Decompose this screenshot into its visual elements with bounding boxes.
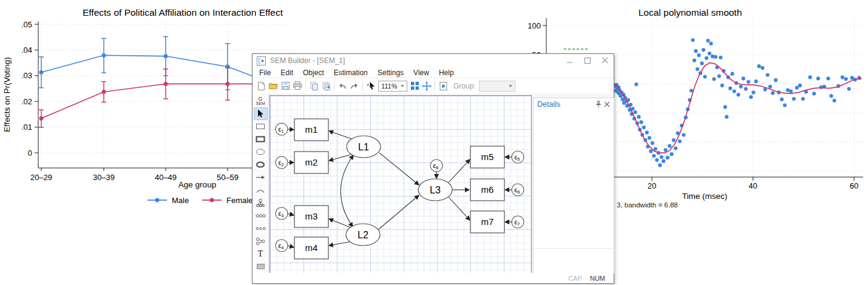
copy-icon[interactable] (308, 80, 320, 92)
screenshot-root: .05.04.03.02.01020–2930–3940–4950–59Effe… (0, 0, 868, 285)
tool-text-icon[interactable]: T (254, 248, 267, 260)
observed-node-m6[interactable]: m6 (470, 179, 504, 201)
fit-page-icon[interactable] (409, 80, 421, 92)
pin-icon[interactable] (594, 100, 603, 109)
error-node-e8[interactable]: ε8 (430, 159, 442, 172)
tool-gsem-mode-icon[interactable]: GSEM (254, 95, 267, 107)
pan-icon[interactable] (421, 80, 433, 92)
error-node-e1[interactable]: ε1 (276, 123, 288, 135)
error-node-e6[interactable]: ε6 (512, 184, 524, 196)
path-arrow (449, 159, 470, 183)
tool-area-icon[interactable] (254, 261, 267, 272)
tool-regression-component-icon[interactable] (254, 235, 267, 247)
y-tick-label: .05 (21, 20, 32, 29)
zoom-value: 111% (381, 82, 398, 90)
error-node-e3[interactable]: ε3 (276, 207, 288, 220)
covariance-arc (341, 155, 353, 227)
svg-text:m4: m4 (305, 243, 318, 253)
pointer-icon[interactable] (365, 80, 377, 92)
open-folder-icon[interactable] (267, 80, 279, 92)
y-tick-label: .02 (21, 97, 32, 106)
error-node-e5[interactable]: ε5 (512, 151, 524, 163)
observed-node-m3[interactable]: m3 (294, 206, 328, 227)
observed-node-m4[interactable]: m4 (294, 237, 328, 259)
redo-icon[interactable] (348, 80, 361, 92)
tool-measurement-component-icon[interactable] (254, 197, 267, 209)
menu-item-object[interactable]: Object (298, 68, 329, 78)
minimize-button[interactable] (561, 54, 578, 67)
status-bar: CAP NUM (253, 273, 614, 283)
close-button[interactable] (596, 54, 614, 67)
paste-icon[interactable] (320, 80, 332, 92)
run-report-icon[interactable] (437, 80, 449, 92)
x-tick-label: 40 (748, 181, 757, 190)
latent-node-L2[interactable]: L2 (346, 224, 380, 246)
path-arrow (288, 213, 294, 215)
y-tick-label: 100 (527, 21, 541, 30)
menu-item-view[interactable]: View (409, 68, 434, 78)
error-node-e2[interactable]: ε2 (276, 156, 288, 169)
toolbar-separator (435, 81, 435, 91)
tool-palette: GSEMT (253, 93, 269, 273)
tool-path-icon[interactable] (254, 172, 267, 183)
menu-item-settings[interactable]: Settings (373, 68, 409, 78)
x-axis-label: Time (msec) (682, 192, 728, 201)
y-tick-label: .01 (21, 122, 32, 132)
tool-observed-variable-icon[interactable] (254, 121, 267, 132)
chevron-down-icon (401, 85, 404, 87)
sem-builder-window[interactable]: SEM Builder - [SEM_1] FileEditObjectEsti… (252, 53, 614, 284)
observed-node-m2[interactable]: m2 (294, 152, 328, 173)
svg-text:m1: m1 (305, 124, 318, 135)
undo-icon[interactable] (336, 80, 348, 92)
path-arrow (329, 154, 353, 161)
new-document-icon[interactable] (255, 80, 267, 92)
svg-text:m7: m7 (481, 216, 494, 227)
menu-item-help[interactable]: Help (434, 68, 459, 78)
chevron-down-icon (509, 85, 512, 87)
tool-covariance-icon[interactable] (254, 184, 267, 196)
print-icon[interactable] (291, 80, 303, 92)
observed-node-m1[interactable]: m1 (294, 119, 328, 141)
tool-multilevel-latent-icon[interactable] (254, 159, 267, 170)
y-axis-label: Effects on Pr(Voting) (2, 57, 12, 132)
x-tick-label: 50–59 (217, 173, 239, 182)
details-body (534, 112, 614, 249)
tool-latent-set-icon[interactable] (254, 223, 267, 234)
tool-generalized-response-icon[interactable] (254, 133, 267, 145)
menu-item-file[interactable]: File (254, 68, 276, 78)
details-panel: Details (533, 98, 614, 273)
menu-item-estimation[interactable]: Estimation (329, 68, 373, 78)
svg-text:m5: m5 (481, 152, 494, 162)
sem-diagram: m1m2m3m4m5m6m7L1L2L3ε1ε2ε3ε4ε5ε6ε7ε8 (270, 96, 531, 274)
save-icon[interactable] (279, 80, 291, 92)
path-arrow (329, 241, 352, 246)
svg-text:m3: m3 (305, 211, 318, 221)
num-lock-indicator: NUM (590, 275, 605, 282)
svg-text:m6: m6 (481, 184, 494, 195)
legend-label: Male (172, 196, 189, 205)
maximize-button[interactable] (578, 54, 596, 67)
zoom-combobox[interactable]: 111% (378, 81, 407, 92)
path-arrow (449, 197, 470, 220)
path-arrow (288, 129, 294, 130)
y-tick-label: .04 (21, 45, 32, 55)
tool-observed-set-icon[interactable] (254, 210, 267, 221)
error-node-e4[interactable]: ε4 (276, 240, 288, 252)
y-tick-label: 0 (28, 149, 32, 158)
toolbar-separator (305, 81, 306, 91)
tool-latent-variable-icon[interactable] (254, 146, 267, 158)
path-arrow (379, 153, 419, 185)
latent-node-L1[interactable]: L1 (347, 136, 381, 158)
window-titlebar[interactable]: SEM Builder - [SEM_1] (253, 54, 614, 67)
latent-node-L3[interactable]: L3 (418, 179, 452, 201)
observed-node-m7[interactable]: m7 (470, 211, 504, 233)
error-node-e7[interactable]: ε7 (512, 216, 524, 228)
details-close-icon[interactable] (603, 100, 611, 109)
observed-node-m5[interactable]: m5 (470, 146, 504, 168)
diagram-canvas[interactable]: m1m2m3m4m5m6m7L1L2L3ε1ε2ε3ε4ε5ε6ε7ε8 (270, 95, 532, 275)
x-tick-label: 40–49 (155, 173, 177, 182)
group-combobox[interactable] (479, 81, 515, 92)
tool-select-icon[interactable] (254, 108, 267, 119)
toolbar-separator (334, 81, 334, 91)
menu-item-edit[interactable]: Edit (276, 68, 298, 78)
